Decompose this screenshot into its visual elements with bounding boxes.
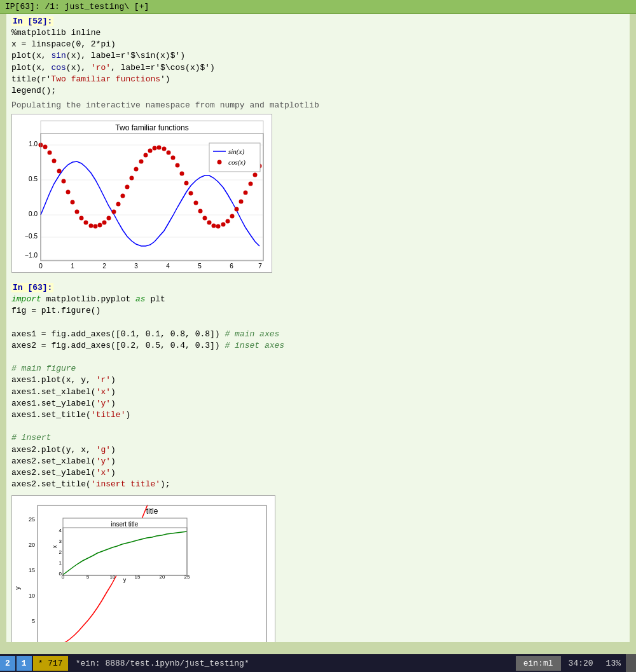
plot2-inset-title: insert title: [111, 521, 139, 528]
svg-point-21: [48, 151, 52, 155]
svg-point-52: [189, 191, 193, 196]
svg-text:15: 15: [29, 567, 35, 573]
svg-point-20: [43, 145, 48, 149]
svg-text:−0.5: −0.5: [25, 233, 38, 240]
svg-point-57: [212, 224, 216, 228]
svg-point-64: [244, 191, 248, 195]
svg-point-22: [52, 159, 57, 163]
plot1-svg: Two familiar functions 1.0 0.5 0.0 −0.5 …: [11, 114, 272, 273]
svg-point-50: [180, 172, 184, 176]
svg-point-35: [112, 210, 116, 214]
svg-point-66: [253, 173, 258, 177]
status-bar: 2 1 * 717 *ein: 8888/test.ipynb/just_tes…: [0, 654, 636, 672]
plot2-container: title y x 0 5 10 15 20 25 0 1 2 3 4 5: [11, 495, 625, 642]
svg-text:1.0: 1.0: [29, 141, 38, 147]
svg-point-33: [102, 221, 107, 225]
svg-point-48: [171, 156, 176, 160]
svg-text:0: 0: [39, 263, 43, 270]
svg-text:20: 20: [160, 574, 165, 580]
status-mode: ein:ml: [516, 656, 561, 671]
svg-point-38: [125, 185, 130, 189]
svg-point-56: [207, 221, 212, 225]
svg-rect-0: [41, 121, 263, 261]
svg-text:2: 2: [102, 263, 106, 270]
svg-point-39: [130, 176, 134, 181]
svg-text:3: 3: [134, 263, 138, 270]
svg-text:y: y: [123, 577, 127, 583]
svg-text:4: 4: [166, 263, 170, 270]
svg-point-65: [249, 182, 253, 186]
svg-point-36: [116, 202, 121, 207]
svg-text:−1.0: −1.0: [25, 252, 38, 259]
svg-point-43: [148, 149, 153, 153]
status-scroll[interactable]: [626, 654, 636, 672]
svg-text:1: 1: [59, 560, 62, 566]
svg-point-25: [66, 190, 71, 195]
svg-point-46: [162, 147, 167, 151]
cell-63-code[interactable]: import matplotlib.pyplot as plt fig = pl…: [11, 294, 625, 490]
svg-text:0.5: 0.5: [29, 175, 38, 182]
svg-point-53: [194, 201, 198, 205]
status-num2: 1: [17, 656, 32, 671]
svg-text:10: 10: [29, 593, 35, 599]
svg-point-29: [84, 221, 88, 225]
cell-63: In [63]: import matplotlib.pyplot as plt…: [6, 280, 630, 493]
status-modified: * 717: [33, 656, 68, 671]
svg-point-23: [57, 169, 62, 174]
notebook: In [52]: %matplotlib inline x = linspace…: [6, 14, 630, 642]
title-bar: IP[63]: /1: just_testing\ [+]: [0, 0, 636, 14]
svg-text:x: x: [52, 545, 58, 549]
svg-point-59: [221, 223, 226, 227]
plot1-container: Two familiar functions 1.0 0.5 0.0 −0.5 …: [11, 114, 625, 275]
svg-point-32: [98, 223, 102, 228]
svg-text:10: 10: [110, 574, 116, 580]
svg-text:15: 15: [135, 574, 141, 580]
cell-52-code[interactable]: %matplotlib inline x = linspace(0, 2*pi)…: [11, 27, 625, 97]
svg-text:25: 25: [29, 516, 35, 523]
svg-point-47: [167, 151, 171, 155]
svg-point-63: [239, 200, 244, 204]
svg-text:1: 1: [71, 263, 74, 270]
cell-52-label: In [52]:: [11, 17, 53, 26]
svg-point-27: [75, 210, 80, 214]
svg-point-40: [134, 167, 139, 172]
svg-point-44: [153, 146, 157, 151]
svg-point-54: [198, 209, 203, 214]
svg-text:7: 7: [258, 263, 262, 270]
svg-text:5: 5: [198, 263, 202, 270]
svg-point-42: [144, 153, 148, 158]
svg-text:5: 5: [32, 618, 35, 624]
status-file: *ein: 8888/test.ipynb/just_testing*: [73, 659, 511, 668]
plot2-main-title: title: [146, 507, 158, 516]
svg-point-45: [157, 146, 162, 150]
status-num1: 2: [0, 656, 15, 671]
svg-point-49: [176, 163, 180, 168]
svg-text:0.0: 0.0: [29, 210, 38, 217]
svg-text:20: 20: [29, 542, 35, 548]
svg-point-31: [93, 224, 98, 229]
svg-point-30: [89, 224, 93, 228]
svg-text:6: 6: [230, 263, 233, 270]
cell-52: In [52]: %matplotlib inline x = linspace…: [6, 14, 630, 99]
svg-text:5: 5: [86, 574, 90, 580]
svg-point-55: [203, 216, 207, 221]
svg-text:4: 4: [59, 528, 62, 533]
svg-text:y: y: [13, 586, 21, 590]
output-52-text: Populating the interactive namespace fro…: [6, 99, 630, 111]
svg-text:cos(x): cos(x): [228, 158, 245, 167]
svg-point-41: [139, 160, 144, 164]
svg-point-34: [107, 216, 111, 221]
plot2-svg: title y x 0 5 10 15 20 25 0 1 2 3 4 5: [11, 495, 275, 642]
status-position: 34:20: [561, 656, 601, 671]
svg-point-72: [218, 160, 222, 165]
svg-point-58: [216, 224, 221, 229]
svg-text:3: 3: [59, 538, 62, 544]
svg-point-62: [235, 207, 239, 212]
svg-text:sin(x): sin(x): [228, 147, 244, 156]
plot1-title: Two familiar functions: [115, 123, 188, 132]
status-percent: 13%: [601, 656, 626, 671]
svg-point-24: [62, 179, 66, 184]
svg-point-51: [184, 181, 189, 186]
svg-text:2: 2: [59, 549, 62, 555]
cell-63-label: In [63]:: [11, 283, 53, 292]
